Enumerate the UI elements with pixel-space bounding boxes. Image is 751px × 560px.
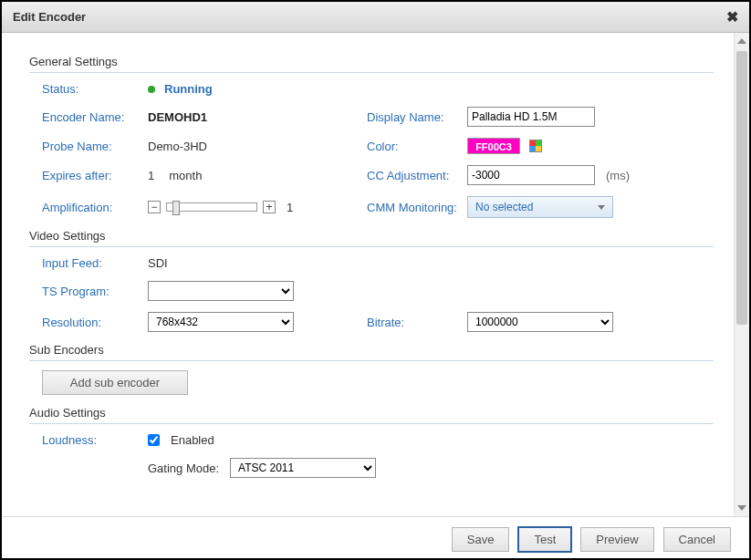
save-button[interactable]: Save (452, 527, 510, 552)
preview-button[interactable]: Preview (580, 527, 653, 552)
loudness-enabled-label: Enabled (171, 433, 214, 447)
section-sub-title: Sub Encoders (29, 343, 714, 360)
close-icon[interactable]: ✖ (726, 8, 738, 26)
cancel-button[interactable]: Cancel (663, 527, 731, 552)
bitrate-select[interactable]: 1000000 (467, 312, 613, 332)
scroll-down-icon[interactable] (737, 505, 746, 511)
scroll-up-icon[interactable] (737, 38, 746, 44)
label-expires: Expires after: (29, 169, 148, 182)
encoder-name-value: DEMOHD1 (148, 110, 207, 124)
color-swatch: FF00C3 (467, 138, 520, 154)
label-resolution: Resolution: (29, 316, 148, 329)
label-status: Status: (29, 82, 148, 96)
section-audio-title: Audio Settings (29, 406, 714, 423)
cc-unit: (ms) (606, 169, 630, 182)
cmm-select[interactable]: No selected (467, 196, 613, 218)
divider (29, 360, 714, 361)
label-encoder-name: Encoder Name: (29, 110, 148, 124)
label-cmm: CMM Monitoring: (330, 201, 467, 214)
scrollbar[interactable] (734, 33, 749, 516)
cc-adjust-input[interactable] (467, 165, 595, 185)
amplification-increase-button[interactable]: + (263, 201, 276, 213)
add-sub-encoder-button[interactable]: Add sub encoder (42, 370, 188, 395)
test-button[interactable]: Test (518, 527, 571, 552)
divider (29, 423, 714, 424)
dialog-title: Edit Encoder (13, 10, 86, 24)
dialog-content: General Settings Status: Running Encoder… (2, 33, 734, 516)
expires-unit: month (169, 169, 202, 182)
label-loudness: Loudness: (29, 433, 148, 447)
label-probe-name: Probe Name: (29, 140, 148, 153)
chevron-down-icon (598, 205, 605, 210)
label-gating: Gating Mode: (148, 461, 219, 475)
probe-name-value: Demo-3HD (148, 140, 207, 153)
cmm-select-value: No selected (475, 201, 533, 213)
display-name-input[interactable] (467, 107, 595, 127)
amplification-slider[interactable] (166, 202, 257, 212)
section-video-title: Video Settings (29, 229, 714, 246)
label-amplification: Amplification: (29, 201, 148, 214)
divider (29, 72, 714, 73)
expires-number: 1 (148, 169, 154, 182)
status-indicator-icon (148, 86, 155, 93)
label-cc-adjust: CC Adjustment: (330, 169, 467, 182)
resolution-select[interactable]: 768x432 (148, 312, 294, 332)
label-input-feed: Input Feed: (29, 256, 148, 270)
label-display-name: Display Name: (330, 110, 467, 124)
status-value: Running (164, 82, 213, 96)
section-general-title: General Settings (29, 55, 714, 72)
dialog-footer: Save Test Preview Cancel (2, 516, 749, 560)
input-feed-value: SDI (148, 256, 168, 270)
loudness-checkbox[interactable] (148, 434, 160, 446)
divider (29, 246, 714, 247)
scroll-thumb[interactable] (736, 51, 747, 325)
gating-select[interactable]: ATSC 2011 (230, 458, 376, 478)
label-ts-program: TS Program: (29, 285, 148, 298)
amplification-value: 1 (287, 201, 293, 214)
label-color: Color: (330, 140, 467, 153)
amplification-decrease-button[interactable]: − (148, 201, 161, 213)
label-bitrate: Bitrate: (330, 316, 467, 329)
ts-program-select[interactable] (148, 281, 294, 301)
color-picker-icon[interactable] (529, 140, 542, 152)
